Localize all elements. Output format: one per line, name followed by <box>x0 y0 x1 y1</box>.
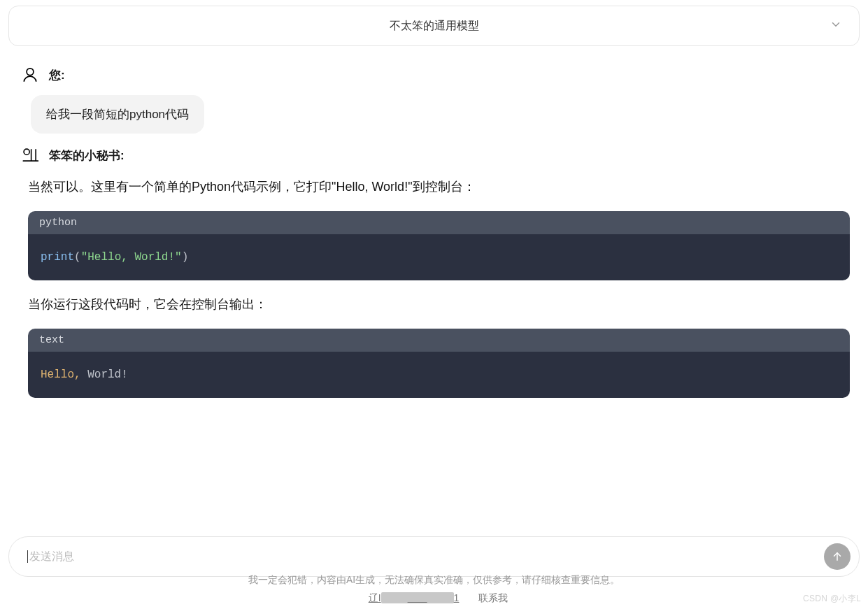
user-label: 您: <box>49 67 65 83</box>
footer: 我一定会犯错，内容由AI生成，无法确保真实准确，仅供参考，请仔细核查重要信息。 … <box>0 574 868 605</box>
user-header: 您: <box>21 66 857 84</box>
code-token-paren: ) <box>182 251 189 264</box>
user-message: 您: 给我一段简短的python代码 <box>21 66 857 134</box>
assistant-message: 笨笨的小秘书: 当然可以。这里有一个简单的Python代码示例，它打印"Hell… <box>21 146 857 398</box>
text-caret <box>27 550 28 563</box>
assistant-explain: 当你运行这段代码时，它会在控制台输出： <box>28 294 857 315</box>
message-input[interactable] <box>29 550 824 563</box>
code-token: Hello, <box>41 368 81 381</box>
code-lang-label: python <box>28 211 850 234</box>
user-icon <box>21 66 39 84</box>
assistant-header: 笨笨的小秘书: <box>21 146 857 164</box>
chat-area: 您: 给我一段简短的python代码 笨笨的小秘书: 当然可以。这里有一个简单的… <box>0 46 868 398</box>
model-selector[interactable]: 不太笨的通用模型 <box>8 6 860 46</box>
send-button[interactable] <box>824 543 851 570</box>
code-content[interactable]: Hello, World! <box>28 352 850 398</box>
svg-point-1 <box>24 149 29 155</box>
code-token-string: "Hello, World!" <box>81 251 182 264</box>
svg-point-0 <box>27 69 34 76</box>
watermark: CSDN @小李L <box>803 593 861 605</box>
assistant-label: 笨笨的小秘书: <box>49 148 124 164</box>
chevron-down-icon <box>830 18 842 34</box>
code-block-python: python print("Hello, World!") <box>28 211 850 280</box>
code-token: World! <box>81 368 128 381</box>
code-block-text: text Hello, World! <box>28 329 850 398</box>
assistant-intro: 当然可以。这里有一个简单的Python代码示例，它打印"Hello, World… <box>28 177 857 197</box>
input-bar <box>8 536 860 577</box>
contact-link[interactable]: 联系我 <box>478 592 508 603</box>
code-lang-label: text <box>28 329 850 352</box>
model-name: 不太笨的通用模型 <box>390 19 479 34</box>
assistant-icon <box>21 146 39 164</box>
footer-links: 辽Ixxxx1 联系我 <box>0 592 868 605</box>
arrow-up-icon <box>831 550 844 563</box>
code-token-paren: ( <box>74 251 81 264</box>
user-bubble: 给我一段简短的python代码 <box>31 95 204 134</box>
input-bar-container <box>0 536 868 577</box>
license-link[interactable]: 辽Ixxxx1 <box>369 592 460 603</box>
disclaimer-text: 我一定会犯错，内容由AI生成，无法确保真实准确，仅供参考，请仔细核查重要信息。 <box>0 574 868 587</box>
code-token-fn: print <box>41 251 74 264</box>
code-content[interactable]: print("Hello, World!") <box>28 234 850 280</box>
